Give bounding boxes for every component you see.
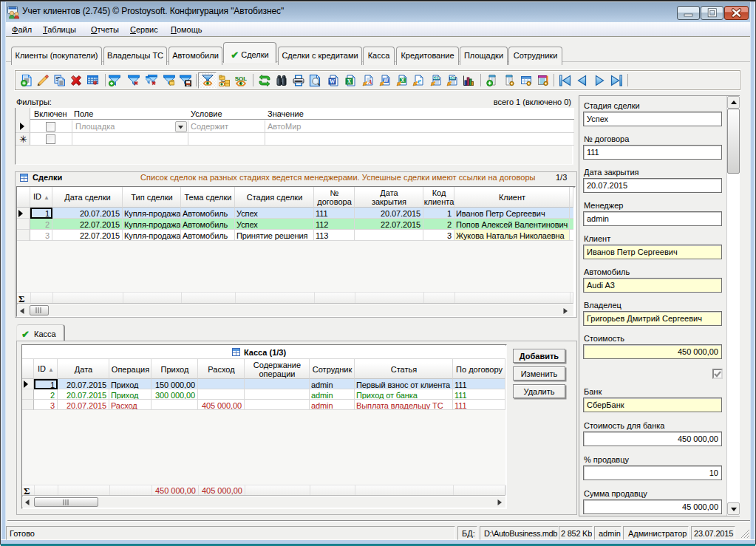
svg-text:W: W <box>330 78 336 85</box>
svg-text:e: e <box>418 76 421 85</box>
svg-text:SQL: SQL <box>235 75 247 82</box>
svg-text:X: X <box>347 78 352 85</box>
svg-text:CSV: CSV <box>433 76 440 80</box>
svg-text:TXT: TXT <box>449 76 456 80</box>
svg-text:X: X <box>401 78 405 83</box>
svg-text:W: W <box>384 78 389 83</box>
svg-text:A: A <box>367 79 372 86</box>
